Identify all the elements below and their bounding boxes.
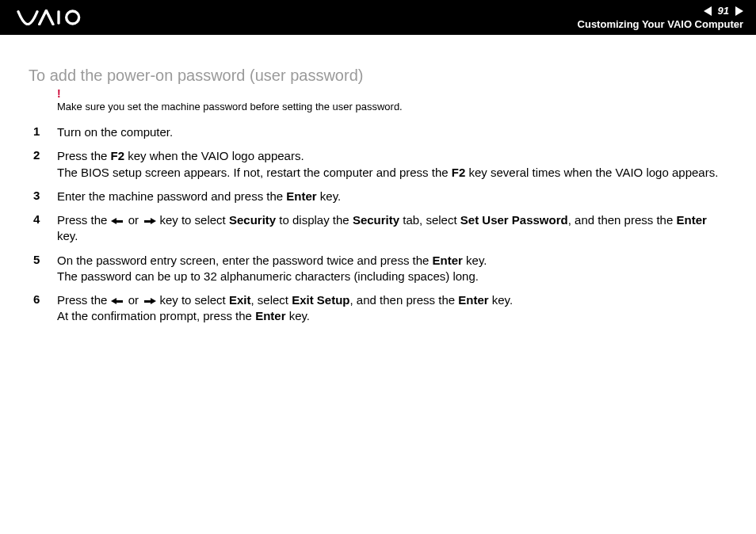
arrow-right-icon [142, 292, 156, 308]
step-row: 3Enter the machine password and press th… [29, 189, 727, 204]
warning-text: Make sure you set the machine password b… [57, 101, 403, 113]
step-row: 1Turn on the computer. [29, 124, 727, 140]
page-number: 91 [718, 5, 729, 17]
step-body: Press the or key to select Security to d… [57, 212, 727, 245]
arrow-left-icon [111, 212, 125, 228]
bold-text: Set User Password [460, 213, 568, 227]
nav-prev-icon[interactable] [704, 6, 712, 16]
step-number: 4 [29, 212, 57, 226]
step-number: 1 [29, 124, 57, 138]
bold-text: Enter [676, 213, 706, 227]
step-number: 3 [29, 189, 57, 202]
steps-list: 1Turn on the computer.2Press the F2 key … [29, 124, 727, 325]
page-heading: To add the power-on password (user passw… [29, 67, 727, 85]
page-nav: 91 [704, 5, 743, 17]
bold-text: Security [353, 213, 399, 227]
step-number: 2 [29, 148, 57, 162]
arrow-left-icon [111, 292, 125, 308]
step-body: Enter the machine password and press the… [57, 189, 727, 204]
bold-text: Security [229, 213, 276, 227]
vaio-logo [16, 10, 103, 25]
step-number: 6 [29, 292, 57, 306]
arrow-right-icon [142, 212, 156, 228]
bold-text: Enter [458, 293, 488, 307]
svg-point-1 [67, 11, 79, 24]
step-row: 4Press the or key to select Security to … [29, 212, 727, 245]
warning-note: ! Make sure you set the machine password… [29, 99, 727, 113]
step-row: 6Press the or key to select Exit, select… [29, 292, 727, 325]
bold-text: Exit Setup [292, 293, 349, 307]
nav-next-icon[interactable] [735, 6, 743, 16]
step-row: 5On the password entry screen, enter the… [29, 253, 727, 285]
warning-icon: ! [57, 88, 61, 99]
step-body: On the password entry screen, enter the … [57, 253, 727, 285]
svg-rect-0 [57, 10, 59, 24]
step-row: 2Press the F2 key when the VAIO logo app… [29, 148, 727, 181]
page-content: To add the power-on password (user passw… [0, 35, 756, 349]
bold-text: F2 [452, 166, 466, 179]
bold-text: F2 [111, 149, 125, 162]
header-right: 91 Customizing Your VAIO Computer [578, 5, 743, 30]
step-body: Press the F2 key when the VAIO logo appe… [57, 148, 727, 181]
header-bar: 91 Customizing Your VAIO Computer [0, 0, 756, 35]
step-body: Turn on the computer. [57, 124, 727, 140]
step-number: 5 [29, 253, 57, 266]
bold-text: Enter [286, 189, 316, 203]
bold-text: Enter [433, 254, 463, 267]
section-title: Customizing Your VAIO Computer [578, 18, 743, 30]
bold-text: Exit [229, 293, 251, 307]
bold-text: Enter [255, 309, 285, 322]
step-body: Press the or key to select Exit, select … [57, 292, 727, 325]
